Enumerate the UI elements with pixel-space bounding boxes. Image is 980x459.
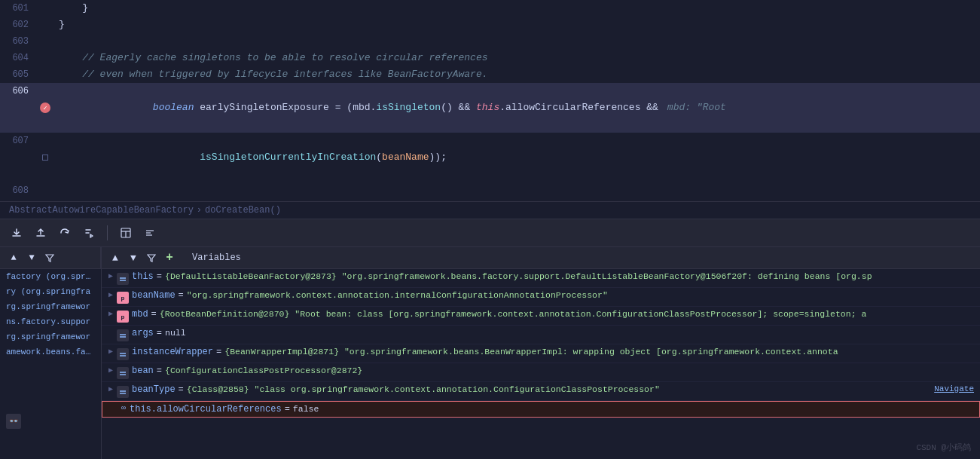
line-content-608: if (earlySingletonExposure) { (53, 182, 980, 201)
step-icon[interactable] (80, 224, 98, 242)
variables-panel: ▲ ▼ + Variables ▶ this = {DefaultListabl… (102, 247, 980, 459)
breadcrumb-sep: › (197, 205, 202, 216)
variables-list: ▶ this = {DefaultListableBeanFactory@287… (102, 269, 980, 459)
var-name-instanceWrapper: instanceWrapper (132, 347, 213, 357)
gutter-square-607 (42, 155, 48, 161)
var-name-beanName: beanName (132, 290, 176, 301)
stack-panel: ▲ ▼ factory (org.spring ry (org.springfr… (0, 247, 102, 459)
code-editor: 601 } 602 } 603 604 // Eagerly cache sin… (0, 0, 980, 219)
line-number-605: 605 (0, 66, 38, 83)
line-content-601: } (53, 0, 980, 17)
line-number-602: 602 (0, 17, 38, 33)
stack-up-button[interactable]: ▲ (6, 250, 21, 265)
var-row-beanType[interactable]: ▶ beanType = {Class@2858} "class org.spr… (102, 382, 980, 401)
debug-toolbar (0, 219, 980, 247)
line-number-604: 604 (0, 50, 38, 66)
stack-item-4[interactable]: rg.springframewor (0, 329, 101, 344)
navigate-beanType-link[interactable]: Navigate (934, 384, 974, 393)
breadcrumb-method: doCreateBean() (205, 205, 281, 216)
stack-down-button[interactable]: ▼ (24, 250, 39, 265)
expand-bean[interactable]: ▶ (105, 366, 117, 375)
var-value-beanName: "org.springframework.context.annotation.… (187, 290, 974, 300)
gutter-603 (38, 33, 53, 50)
line-content-603 (53, 33, 980, 50)
var-eq-this: = (157, 271, 162, 282)
code-line-607: 607 isSingletonCurrentlyInCreation(beanN… (0, 133, 980, 182)
var-icon-beanName: p (117, 292, 129, 304)
line-content-602: } (53, 17, 980, 33)
code-line-604: 604 // Eagerly cache singletons to be ab… (0, 50, 980, 66)
var-eq-instanceWrapper: = (216, 347, 221, 357)
var-row-mbd[interactable]: ▶ p mbd = {RootBeanDefinition@2870} "Roo… (102, 307, 980, 326)
var-name-args: args (132, 328, 154, 338)
breadcrumb: AbstractAutowireCapableBeanFactory › doC… (0, 201, 980, 219)
var-add-button[interactable]: + (162, 250, 177, 265)
stack-item-2[interactable]: rg.springframewor (0, 299, 101, 314)
var-filter-button[interactable] (144, 250, 159, 265)
expand-beanName[interactable]: ▶ (105, 290, 117, 299)
stack-item-0[interactable]: factory (org.spring (0, 269, 101, 284)
variables-header: Variables (183, 249, 980, 267)
var-up-button[interactable]: ▲ (108, 250, 123, 265)
var-name-beanType: beanType (132, 384, 176, 395)
var-row-beanName[interactable]: ▶ p beanName = "org.springframework.cont… (102, 288, 980, 307)
var-eq-allowCircular: = (285, 404, 290, 415)
gutter-602 (38, 17, 53, 33)
debug-panel: ▲ ▼ factory (org.spring ry (org.springfr… (0, 247, 980, 459)
var-name-mbd: mbd (132, 309, 148, 320)
stack-nav-buttons: ▲ ▼ (0, 247, 101, 269)
stack-item-5-text: amework.beans.fact (6, 347, 96, 356)
code-lines: 601 } 602 } 603 604 // Eagerly cache sin… (0, 0, 980, 201)
var-value-allowCircular: false (293, 404, 973, 414)
expand-instanceWrapper[interactable]: ▶ (105, 347, 117, 356)
watermark: CSDN @小码鸽 (916, 442, 971, 453)
stack-item-3[interactable]: ns.factory.suppor (0, 314, 101, 329)
gutter-608 (38, 182, 53, 201)
stack-item-1[interactable]: ry (org.springfra (0, 284, 101, 299)
line-content-604: // Eagerly cache singletons to be able t… (53, 50, 980, 66)
stack-filter-button[interactable] (42, 250, 57, 265)
expand-this[interactable]: ▶ (105, 271, 117, 280)
var-row-bean[interactable]: ▶ bean = {ConfigurationClassPostProcesso… (102, 363, 980, 382)
var-name-this: this (132, 271, 154, 282)
var-value-mbd: {RootBeanDefinition@2870} "Root bean: cl… (160, 309, 974, 319)
var-icon-beanType (117, 386, 129, 398)
var-name-bean: bean (132, 366, 154, 376)
list-icon[interactable] (141, 224, 159, 242)
var-eq-beanType: = (179, 384, 184, 395)
breakpoint-check-icon: ✓ (43, 104, 47, 112)
line-number-607: 607 (0, 133, 38, 182)
var-down-button[interactable]: ▼ (126, 250, 141, 265)
var-value-instanceWrapper: {BeanWrapperImpl@2871} "org.springframew… (224, 347, 974, 356)
download-icon[interactable] (8, 224, 26, 242)
code-line-603: 603 (0, 33, 980, 50)
breakpoint-606: ✓ (40, 103, 50, 113)
breadcrumb-class: AbstractAutowireCapableBeanFactory (9, 205, 194, 216)
var-value-this: {DefaultListableBeanFactory@2873} "org.s… (165, 271, 974, 281)
refresh-icon[interactable] (56, 224, 74, 242)
expand-beanType[interactable]: ▶ (105, 384, 117, 393)
line-content-606: boolean earlySingletonExposure = (mbd.is… (53, 83, 980, 133)
upload-icon[interactable] (32, 224, 50, 242)
gutter-604 (38, 50, 53, 66)
toolbar-separator (107, 225, 108, 240)
var-row-args[interactable]: ▶ args = null (102, 326, 980, 344)
table-icon[interactable] (117, 224, 135, 242)
circular-ref-icon: ∞ (118, 404, 130, 412)
var-row-instanceWrapper[interactable]: ▶ instanceWrapper = {BeanWrapperImpl@287… (102, 344, 980, 363)
eyeglasses-icon[interactable]: 👓 (6, 414, 21, 429)
var-row-this[interactable]: ▶ this = {DefaultListableBeanFactory@287… (102, 269, 980, 288)
stack-item-5[interactable]: amework.beans.fact (0, 344, 101, 360)
line-number-601: 601 (0, 0, 38, 17)
var-icon-mbd: p (117, 311, 129, 323)
line-content-607: isSingletonCurrentlyInCreation(beanName)… (53, 133, 980, 182)
code-line-602: 602 } (0, 17, 980, 33)
var-row-allowCircularReferences[interactable]: ▶ ∞ this.allowCircularReferences = false (102, 401, 980, 418)
code-line-605: 605 // even when triggered by lifecycle … (0, 66, 980, 83)
line-number-606: 606 (0, 83, 38, 133)
var-eq-mbd: = (151, 309, 157, 320)
var-icon-bean (117, 367, 129, 379)
var-name-allowCircular: this.allowCircularReferences (130, 404, 282, 415)
expand-mbd[interactable]: ▶ (105, 309, 117, 318)
var-icon-instanceWrapper (117, 348, 129, 360)
